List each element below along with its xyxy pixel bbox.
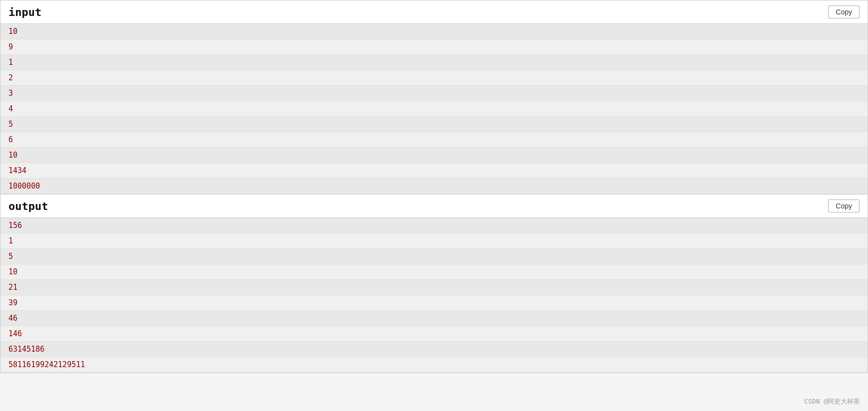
list-item: 10: [0, 264, 868, 280]
list-item: 1: [0, 55, 868, 70]
list-item: 4: [0, 101, 868, 117]
list-item: 46: [0, 311, 868, 326]
list-item: 10: [0, 24, 868, 39]
list-item: 5: [0, 249, 868, 264]
output-header: output Copy: [0, 195, 868, 218]
list-item: 1: [0, 233, 868, 249]
input-title: input: [8, 6, 41, 18]
output-body: 1561510213946146631451865811619924212951…: [0, 218, 868, 373]
list-item: 5: [0, 117, 868, 132]
list-item: 3: [0, 86, 868, 101]
list-item: 9: [0, 39, 868, 55]
input-header: input Copy: [0, 0, 868, 24]
list-item: 1434: [0, 163, 868, 179]
list-item: 63145186: [0, 342, 868, 357]
list-item: 6: [0, 132, 868, 148]
list-item: 156: [0, 218, 868, 233]
list-item: 2: [0, 70, 868, 86]
list-item: 10: [0, 148, 868, 163]
list-item: 1000000: [0, 179, 868, 194]
list-item: 58116199242129511: [0, 357, 868, 373]
input-copy-button[interactable]: Copy: [828, 5, 860, 18]
output-copy-button[interactable]: Copy: [828, 200, 860, 212]
input-body: 1091234561014341000000: [0, 24, 868, 194]
list-item: 146: [0, 326, 868, 342]
input-section: input Copy 1091234561014341000000: [0, 0, 868, 194]
list-item: 39: [0, 295, 868, 311]
list-item: 21: [0, 280, 868, 295]
output-title: output: [8, 200, 48, 212]
watermark: CSDN @阿史大杯茶: [804, 397, 860, 406]
output-section: output Copy 1561510213946146631451865811…: [0, 194, 868, 373]
